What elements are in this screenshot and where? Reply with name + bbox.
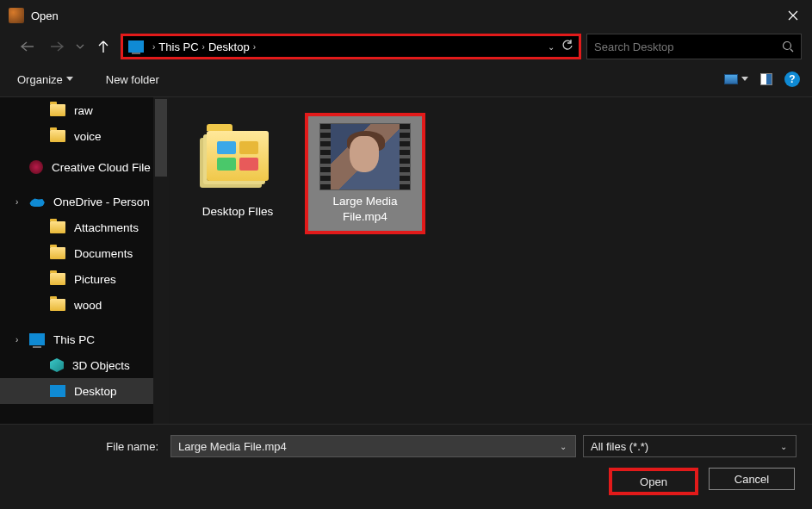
chevron-down-icon: [66, 77, 73, 82]
navigation-row: › This PC › Desktop › ⌄ Search Desktop: [0, 31, 812, 62]
close-icon: [788, 10, 798, 21]
chevron-down-icon: [741, 77, 748, 82]
cancel-button[interactable]: Cancel: [709, 468, 795, 490]
tree-item-label: This PC: [53, 333, 95, 346]
file-item-label: Large Media File.mp4: [317, 194, 413, 224]
tree-item-label: Creative Cloud File: [52, 161, 151, 174]
tree-item[interactable]: Attachments: [0, 214, 169, 240]
open-button-label: Open: [640, 475, 667, 488]
refresh-button[interactable]: [561, 40, 573, 54]
chevron-right-icon: ›: [15, 197, 18, 207]
filename-value: Large Media File.mp4: [178, 440, 287, 453]
back-button[interactable]: [15, 34, 40, 59]
thispc-icon: [29, 333, 45, 345]
address-bar[interactable]: › This PC › Desktop › ⌄: [121, 34, 581, 59]
tree-item[interactable]: ›OneDrive - Person: [0, 189, 169, 214]
up-button[interactable]: [91, 34, 115, 59]
folder-icon: [50, 130, 65, 142]
tree-item-label: Desktop: [74, 385, 117, 398]
close-button[interactable]: [778, 3, 809, 28]
button-row: Open Cancel: [15, 468, 797, 495]
tree-item[interactable]: ›This PC: [0, 326, 169, 352]
new-folder-button[interactable]: New folder: [106, 73, 159, 86]
breadcrumb-seg-0[interactable]: This PC: [158, 40, 198, 53]
tree-item-label: Attachments: [74, 221, 139, 234]
tree-item-label: OneDrive - Person: [53, 196, 150, 208]
tree-item[interactable]: voice: [0, 123, 169, 149]
refresh-icon: [561, 40, 573, 52]
scrollbar-thumb[interactable]: [155, 99, 167, 177]
app-icon: [9, 8, 24, 23]
chevron-down-icon[interactable]: ⌄: [558, 442, 568, 451]
svg-point-0: [784, 42, 791, 50]
title-bar: Open: [0, 0, 812, 31]
breadcrumb-sep-icon: ›: [202, 42, 205, 52]
breadcrumb-seg-1[interactable]: Desktop: [208, 40, 250, 53]
folder-icon: [50, 221, 65, 233]
folder-icon: [50, 104, 65, 116]
forward-button[interactable]: [45, 34, 69, 59]
folder-icon: [207, 131, 269, 181]
folder-icon: [50, 299, 65, 311]
help-button[interactable]: ?: [784, 71, 800, 87]
search-placeholder: Search Desktop: [594, 40, 782, 53]
arrow-left-icon: [20, 40, 35, 53]
filename-label: File name:: [15, 440, 164, 453]
sidebar-scrollbar[interactable]: [153, 97, 169, 424]
tree-item-label: wood: [74, 299, 102, 312]
folder-icon: [50, 273, 65, 285]
tree-item-label: 3D Objects: [72, 359, 130, 372]
chevron-down-icon: ⌄: [778, 442, 789, 451]
video-thumbnail-icon: [319, 123, 411, 190]
creative-cloud-icon: [29, 160, 43, 174]
tree-item-label: voice: [74, 130, 102, 143]
file-list[interactable]: Desktop FIles Large Media File.mp4: [169, 97, 812, 424]
view-mode-button[interactable]: [724, 74, 748, 84]
filename-input[interactable]: Large Media File.mp4 ⌄: [170, 435, 576, 457]
organize-menu[interactable]: Organize: [17, 73, 73, 86]
tree-item[interactable]: 3D Objects: [0, 352, 169, 378]
search-icon: [782, 40, 794, 53]
desktop-icon: [50, 385, 65, 397]
tree-item-label: Documents: [74, 247, 133, 260]
filename-row: File name: Large Media File.mp4 ⌄ All fi…: [15, 435, 797, 457]
toolbar: Organize New folder ?: [0, 62, 812, 96]
thumbnails-icon: [724, 74, 738, 84]
file-item-video[interactable]: Large Media File.mp4: [313, 113, 417, 234]
tree-item[interactable]: Documents: [0, 240, 169, 266]
tree-item[interactable]: raw: [0, 97, 169, 123]
folder-icon: [50, 247, 65, 259]
organize-label: Organize: [17, 73, 63, 86]
file-item-folder[interactable]: Desktop FIles: [186, 113, 289, 220]
preview-pane-button[interactable]: [760, 73, 772, 85]
help-icon: ?: [789, 73, 795, 85]
address-dropdown[interactable]: ⌄: [548, 42, 555, 52]
preview-pane-icon: [760, 73, 772, 85]
navigation-tree: rawvoiceCreative Cloud File›OneDrive - P…: [0, 97, 169, 424]
open-button[interactable]: Open: [609, 468, 698, 495]
file-type-filter[interactable]: All files (*.*) ⌄: [583, 435, 797, 457]
footer: File name: Large Media File.mp4 ⌄ All fi…: [0, 424, 812, 507]
onedrive-icon: [29, 196, 45, 207]
arrow-right-icon: [49, 40, 65, 53]
chevron-down-icon: [76, 43, 84, 50]
cancel-button-label: Cancel: [735, 473, 769, 486]
thispc-icon: [128, 40, 144, 53]
filter-label: All files (*.*): [591, 440, 648, 453]
recent-dropdown[interactable]: [74, 34, 86, 59]
3d-objects-icon: [50, 358, 64, 372]
breadcrumb-sep-icon: ›: [152, 42, 155, 52]
arrow-up-icon: [97, 40, 109, 53]
body-area: rawvoiceCreative Cloud File›OneDrive - P…: [0, 96, 812, 424]
tree-item[interactable]: Creative Cloud File: [0, 154, 169, 180]
chevron-right-icon: ›: [15, 335, 18, 345]
search-input[interactable]: Search Desktop: [586, 34, 802, 59]
tree-item[interactable]: Pictures: [0, 266, 169, 292]
tree-item[interactable]: wood: [0, 292, 169, 318]
file-item-label: Desktop FIles: [202, 204, 274, 220]
tree-item-label: Pictures: [74, 273, 116, 286]
tree-item[interactable]: Desktop: [0, 378, 169, 404]
new-folder-label: New folder: [106, 73, 159, 86]
breadcrumb-sep-icon: ›: [253, 42, 256, 52]
tree-item-label: raw: [74, 104, 93, 117]
